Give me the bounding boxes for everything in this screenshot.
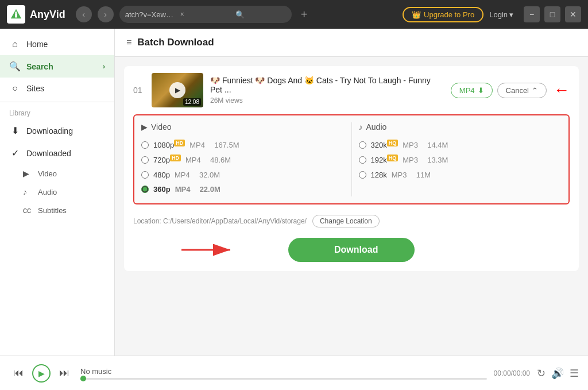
bottom-player: ⏮ ▶ ⏭ No music 00:00/00:00 ↻ 🔊 ☰ — [0, 356, 588, 390]
sidebar-home-label: Home — [26, 40, 48, 49]
format-label: MP4 — [459, 86, 475, 95]
sidebar-divider — [0, 102, 114, 102]
thumbnail: ▶ 12:08 — [152, 73, 203, 107]
window-controls: − □ ✕ — [524, 6, 581, 22]
sidebar-audio-label: Audio — [38, 188, 57, 196]
video-radio-720p[interactable] — [141, 156, 149, 164]
repeat-button[interactable]: ↻ — [537, 367, 546, 380]
sidebar-item-search[interactable]: 🔍 Search › — [0, 55, 114, 78]
logo: AnyVid — [7, 5, 65, 24]
audio-col-icon: ♪ — [359, 122, 363, 132]
cancel-button[interactable]: Cancel ⌃ — [497, 83, 547, 98]
login-button[interactable]: Login ▾ — [489, 10, 513, 19]
play-icon: ▶ — [169, 82, 185, 98]
upgrade-label: Upgrade to Pro — [424, 10, 474, 19]
player-time: 00:00/00:00 — [494, 369, 530, 377]
chevron-right-icon: › — [103, 63, 105, 71]
download-icon: ⬇ — [9, 125, 21, 136]
sidebar-downloaded-label: Downloaded — [26, 149, 71, 158]
location-path: Location: C:/Users/editor/AppData/Local/… — [133, 217, 307, 225]
item-title: 🐶 Funniest 🐶 Dogs And 🐱 Cats - Try Not T… — [210, 76, 444, 94]
video-col-label: Video — [151, 122, 172, 132]
sidebar-item-home[interactable]: ⌂ Home — [0, 33, 114, 55]
subtitles-icon: cc — [23, 206, 32, 215]
maximize-button[interactable]: □ — [544, 6, 560, 22]
close-button[interactable]: ✕ — [565, 6, 581, 22]
video-col-icon: ▶ — [141, 122, 148, 132]
back-button[interactable]: ‹ — [76, 6, 92, 22]
item-header: 01 ▶ 12:08 🐶 Funniest 🐶 Dogs And 🐱 Cats … — [124, 66, 579, 114]
sidebar-item-downloaded[interactable]: ✓ Downloaded — [0, 142, 114, 164]
svg-rect-2 — [15, 11, 17, 13]
sidebar-video-label: Video — [38, 169, 57, 178]
format-columns: ▶ Video 1080pHD MP4 167.5M — [141, 122, 562, 196]
menu-icon: ≡ — [126, 37, 131, 48]
format-selection-box: ▶ Video 1080pHD MP4 167.5M — [133, 114, 570, 204]
crown-icon: 👑 — [412, 10, 421, 19]
minimize-button[interactable]: − — [524, 6, 540, 22]
player-track-title: No music — [80, 367, 487, 376]
change-location-button[interactable]: Change Location — [312, 215, 380, 227]
audio-option-128k: 128k MP3 11M — [359, 168, 562, 182]
content-area: ≡ Batch Download 01 ▶ 12:08 🐶 Funniest 🐶… — [115, 29, 588, 356]
video-radio-360p[interactable] — [141, 186, 149, 193]
download-arrow-icon: ⬇ — [478, 86, 484, 95]
video-radio-480p[interactable] — [141, 171, 149, 179]
home-icon: ⌂ — [9, 39, 21, 49]
upgrade-button[interactable]: 👑 Upgrade to Pro — [403, 7, 483, 22]
video-option-720p: 720pHD MP4 48.6M — [141, 152, 345, 167]
tab-close-icon[interactable]: × — [180, 10, 231, 18]
volume-button[interactable]: 🔊 — [551, 367, 564, 380]
sidebar-item-downloading[interactable]: ⬇ Downloading — [0, 119, 114, 142]
chevron-up-icon: ⌃ — [532, 86, 538, 95]
sidebar-item-audio[interactable]: ♪ Audio — [0, 183, 114, 201]
url-text: atch?v=XewbmK0kmpl — [125, 10, 176, 19]
audio-column-header: ♪ Audio — [359, 122, 562, 132]
video-icon: ▶ — [23, 169, 32, 178]
chevron-down-icon: ▾ — [509, 10, 513, 19]
add-tab-button[interactable]: + — [297, 8, 311, 21]
next-button[interactable]: ⏭ — [55, 364, 74, 383]
audio-radio-320k[interactable] — [359, 141, 366, 149]
progress-bar[interactable] — [80, 378, 487, 380]
login-label: Login — [489, 10, 508, 19]
item-title-text: 🐶 Funniest 🐶 Dogs And 🐱 Cats - Try Not T… — [210, 76, 444, 94]
playlist-button[interactable]: ☰ — [570, 367, 579, 380]
player-progress — [80, 378, 487, 380]
prev-button[interactable]: ⏮ — [9, 364, 28, 383]
audio-radio-128k[interactable] — [359, 171, 366, 179]
forward-button[interactable]: › — [98, 6, 114, 22]
audio-icon: ♪ — [23, 187, 32, 196]
video-radio-1080p[interactable] — [141, 141, 149, 149]
play-button[interactable]: ▶ — [32, 364, 51, 383]
item-info: 🐶 Funniest 🐶 Dogs And 🐱 Cats - Try Not T… — [210, 76, 444, 105]
download-arrow-container — [181, 238, 239, 261]
app-name: AnyVid — [30, 9, 65, 21]
download-button[interactable]: Download — [288, 238, 415, 262]
main-layout: ⌂ Home 🔍 Search › ○ Sites Library ⬇ Down… — [0, 29, 588, 356]
arrow-indicator: ← — [554, 81, 570, 99]
item-actions: MP4 ⬇ Cancel ⌃ ← — [451, 81, 570, 99]
sidebar-item-subtitles[interactable]: cc Subtitles — [0, 201, 114, 219]
player-right-controls: ↻ 🔊 ☰ — [537, 367, 579, 380]
page-title: Batch Download — [137, 37, 214, 48]
audio-format-column: ♪ Audio 320kHQ MP3 14.4M 1 — [359, 122, 562, 196]
audio-option-192k: 192kHQ MP3 13.3M — [359, 152, 562, 167]
sidebar-item-video[interactable]: ▶ Video — [0, 164, 114, 183]
checkmark-icon: ✓ — [9, 148, 21, 159]
player-track: No music — [80, 367, 487, 380]
sidebar-downloading-label: Downloading — [26, 126, 73, 136]
search-icon: 🔍 — [9, 61, 21, 72]
audio-radio-192k[interactable] — [359, 156, 366, 164]
video-option-1080p: 1080pHD MP4 167.5M — [141, 137, 345, 152]
column-divider — [351, 122, 352, 196]
sidebar: ⌂ Home 🔍 Search › ○ Sites Library ⬇ Down… — [0, 29, 115, 356]
red-arrow-svg — [181, 238, 239, 261]
sidebar-subtitles-label: Subtitles — [38, 206, 67, 215]
sidebar-item-sites[interactable]: ○ Sites — [0, 78, 114, 99]
player-controls: ⏮ ▶ ⏭ — [9, 364, 74, 383]
download-button-area: Download — [124, 232, 579, 271]
audio-option-320k: 320kHQ MP3 14.4M — [359, 137, 562, 152]
url-bar[interactable]: atch?v=XewbmK0kmpl × 🔍 — [119, 6, 292, 23]
format-button[interactable]: MP4 ⬇ — [451, 83, 493, 98]
